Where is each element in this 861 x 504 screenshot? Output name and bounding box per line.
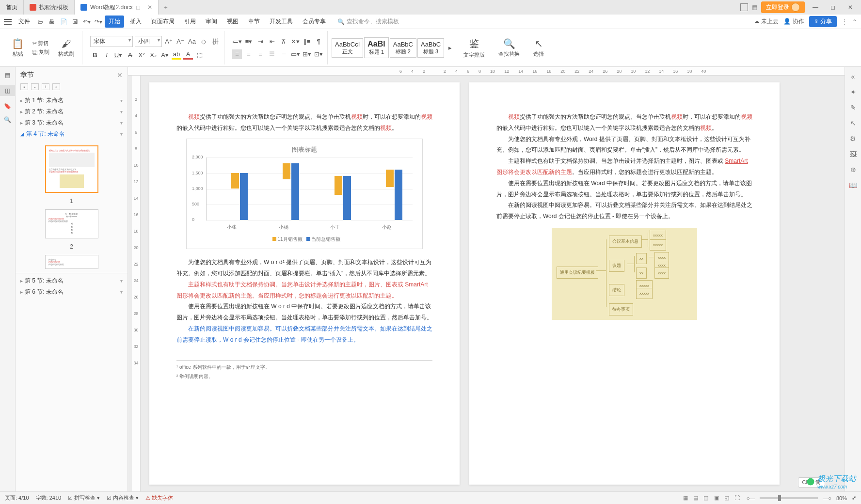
tabs-icon[interactable]: ⊞▾	[302, 49, 312, 59]
collapse-ribbon-icon[interactable]: ⌃	[852, 18, 857, 25]
grow-font-icon[interactable]: A⁺	[164, 37, 174, 47]
bold-icon[interactable]: B	[90, 50, 100, 60]
menu-member[interactable]: 会员专享	[299, 16, 330, 28]
style-heading1[interactable]: AaBl标题 1	[364, 37, 388, 58]
undo-icon[interactable]: ↶▾	[82, 18, 91, 25]
select-button[interactable]: ↖选择	[528, 38, 549, 58]
rail-sections-icon[interactable]: ◫	[0, 85, 15, 96]
rail-settings-icon[interactable]: ⚙	[850, 135, 856, 142]
superscript-icon[interactable]: X²	[137, 50, 146, 60]
align-right-icon[interactable]: ≡	[255, 49, 265, 59]
char-border-icon[interactable]: ⬚	[195, 50, 205, 60]
cut-button[interactable]: ✂ 剪切	[32, 40, 49, 47]
status-page[interactable]: 页面: 4/10	[5, 494, 29, 502]
status-words[interactable]: 字数: 2410	[36, 494, 62, 502]
layout-icon[interactable]	[740, 3, 748, 11]
zoom-slider[interactable]	[760, 497, 818, 499]
menu-references[interactable]: 引用	[180, 16, 200, 28]
rail-cursor-icon[interactable]: ↖	[850, 119, 856, 127]
indent-inc-icon[interactable]: ⇥	[255, 37, 265, 47]
shading-icon[interactable]: ▭▾	[290, 49, 300, 59]
new-tab-button[interactable]: ＋	[159, 0, 173, 15]
line-spacing-icon[interactable]: ‖≡	[302, 37, 312, 47]
vertical-ruler[interactable]: 246810121416182022242628303234	[132, 76, 141, 491]
paste-button[interactable]: 📋粘贴	[7, 38, 29, 58]
nav-tool-2[interactable]: -	[31, 83, 39, 90]
embedded-chart[interactable]: 图表标题 05001,0001,5002,000 小张小杨小王小赵 11月销售额…	[186, 139, 423, 250]
close-button[interactable]: ✕	[844, 4, 857, 11]
section-item-4[interactable]: ◢第 4 节: 未命名▾	[18, 128, 125, 140]
tab-document[interactable]: Word教程2.docx ◻ ✕	[75, 0, 159, 15]
bullets-icon[interactable]: ≔▾	[232, 37, 242, 47]
zoom-out-button[interactable]: ○—	[747, 495, 755, 501]
rail-image-icon[interactable]: 🖼	[850, 150, 857, 158]
menu-review[interactable]: 审阅	[202, 16, 221, 28]
section-item-2[interactable]: ▸第 2 节: 未命名▾	[18, 106, 125, 117]
styles-more-icon[interactable]: ▸	[445, 43, 455, 53]
sort-icon[interactable]: ✕▾	[290, 37, 300, 47]
print-icon[interactable]: 🖶	[48, 18, 56, 25]
clear-format-icon[interactable]: ◇	[199, 37, 208, 47]
cloud-status[interactable]: ☁ 未上云	[754, 17, 779, 26]
rail-outline-icon[interactable]: ▤	[5, 72, 10, 79]
status-missing-font[interactable]: ⚠ 缺失字体	[145, 494, 173, 502]
rail-rocket-icon[interactable]: ✦	[850, 88, 856, 96]
login-button[interactable]: 立即登录	[761, 1, 805, 13]
zoom-value[interactable]: 80%	[836, 495, 847, 501]
rail-shield-icon[interactable]: ⊕	[850, 166, 856, 173]
nav-tool-3[interactable]: +	[42, 83, 49, 90]
borders-icon[interactable]: ⊡▾	[314, 49, 323, 59]
status-spellcheck[interactable]: ☑ 拼写检查 ▾	[68, 494, 100, 502]
italic-icon[interactable]: I	[102, 50, 112, 60]
highlight-icon[interactable]: ab	[172, 50, 181, 60]
tab-home[interactable]: 首页	[0, 0, 24, 15]
indent-dec-icon[interactable]: ⇤	[267, 37, 277, 47]
menu-file[interactable]: 文件	[15, 16, 34, 28]
show-marks-icon[interactable]: ¶	[314, 37, 323, 47]
apps-icon[interactable]: ▦	[752, 4, 757, 11]
numbering-icon[interactable]: ≡▾	[244, 37, 254, 47]
tab-icon[interactable]: ⊼	[279, 37, 288, 47]
section-item-5[interactable]: ▸第 5 节: 未命名▾	[18, 275, 125, 286]
rail-bookmark-icon[interactable]: 🔖	[4, 103, 11, 110]
section-item-1[interactable]: ▸第 1 节: 未命名▾	[18, 95, 125, 106]
maximize-button[interactable]: ◻	[826, 4, 840, 11]
format-painter-button[interactable]: 🖌格式刷	[53, 38, 79, 58]
menu-dev-tools[interactable]: 开发工具	[266, 16, 297, 28]
strikethrough-icon[interactable]: A̶	[125, 50, 135, 60]
distribute-icon[interactable]: ≣	[279, 49, 288, 59]
hamburger-icon[interactable]	[4, 19, 12, 25]
command-search[interactable]: 🔍 查找命令、搜索模板	[337, 17, 399, 26]
change-case-icon[interactable]: Aa	[187, 37, 197, 47]
font-name-select[interactable]: 宋体	[90, 36, 133, 47]
open-icon[interactable]: 🗁	[36, 18, 45, 25]
style-heading2[interactable]: AaBbC标题 2	[390, 38, 416, 58]
text-effects-icon[interactable]: A▾	[160, 50, 170, 60]
collaborate-button[interactable]: 👤 协作	[783, 17, 804, 26]
menu-start[interactable]: 开始	[105, 16, 124, 28]
rail-collapse-icon[interactable]: «	[851, 73, 855, 80]
view-mode-icons[interactable]: ▦ ▤ ◫ ▣ ◱ ⛶	[683, 495, 741, 501]
tab-close-icon[interactable]: ✕	[147, 4, 152, 11]
rail-search-icon[interactable]: 🔍	[4, 116, 11, 123]
nav-tool-4[interactable]: ▫	[52, 83, 60, 90]
document-page-2[interactable]: 视频提供了功能强大的方法帮助您证明您的观点。当您单击联机视频时，可以在想要添加的…	[469, 82, 780, 485]
text-layout-button[interactable]: 鉴文字排版	[459, 37, 490, 59]
rail-read-icon[interactable]: 📖	[849, 181, 857, 189]
more-menu-icon[interactable]: ⋮	[842, 18, 847, 25]
font-size-select[interactable]: 小四	[135, 36, 162, 47]
section-item-3[interactable]: ▸第 3 节: 未命名▾	[18, 117, 125, 128]
font-color-icon[interactable]: A	[183, 50, 193, 60]
page-thumb-1[interactable]: 视频提供了功能强大的方法帮助您证明您的观点 文字内容文字内容文字内容文字 主题和…	[45, 145, 98, 193]
zoom-in-button[interactable]: —○	[823, 495, 831, 501]
shrink-font-icon[interactable]: A⁻	[175, 37, 185, 47]
copy-button[interactable]: ⿻ 复制	[32, 48, 49, 56]
status-content-check[interactable]: ☑ 内容检查 ▾	[107, 494, 139, 502]
document-page-1[interactable]: 视频提供了功能强大的方法帮助您证明您的观点。当您单击联机视频时，可以在想要添加的…	[149, 82, 460, 485]
rail-edit-icon[interactable]: ✎	[850, 104, 856, 111]
section-item-6[interactable]: ▸第 6 节: 未命名▾	[18, 286, 125, 298]
align-justify-icon[interactable]: ☰	[267, 49, 277, 59]
underline-icon[interactable]: U▾	[113, 50, 123, 60]
menu-insert[interactable]: 插入	[126, 16, 145, 28]
nav-tool-1[interactable]: ▪	[20, 83, 28, 90]
